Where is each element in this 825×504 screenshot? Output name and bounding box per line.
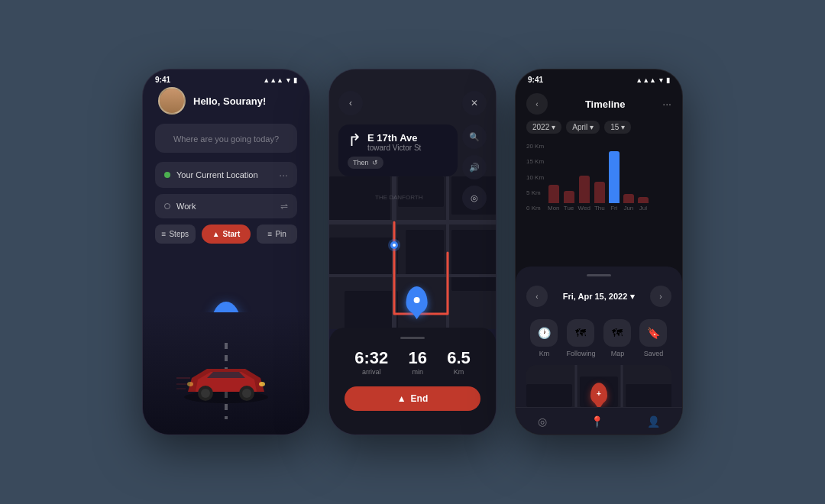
status-icons-1: ▲▲▲ ▾ ▮	[263, 76, 297, 84]
svg-point-0	[184, 391, 268, 403]
car-scene	[143, 267, 309, 435]
chart-bar-item: Wed	[578, 176, 590, 212]
km-icon-item: 🕐 Km	[530, 319, 558, 357]
nav-location-icon[interactable]: ◎	[535, 412, 550, 431]
wifi-icon: ▾	[286, 76, 290, 84]
svg-rect-29	[626, 384, 671, 407]
map-button[interactable]: 🗺	[603, 319, 631, 347]
bottom-nav: ◎ 📍 👤	[516, 407, 682, 435]
chart-bar-item: Tue	[564, 191, 574, 212]
action-row: ≡ Steps ▲ Start ≡ Pin	[155, 225, 297, 244]
search-button[interactable]: 🔍	[462, 124, 487, 149]
map-info-panel: 6:32 arrival 16 min 6.5 Km ▲ End	[329, 328, 496, 435]
chevron-down-icon: ▾	[552, 123, 555, 131]
pin2-dot	[414, 297, 420, 303]
next-date-button[interactable]: ›	[650, 286, 671, 307]
nav-profile-icon[interactable]: 👤	[644, 412, 663, 431]
destination-row[interactable]: Work ⇌	[155, 194, 297, 218]
end-nav-icon: ▲	[397, 393, 406, 404]
chart-bar	[548, 185, 559, 203]
location-dot-green	[164, 172, 170, 178]
following-icon-item: 🗺 Following	[566, 319, 595, 357]
y-label-15: 15 Km	[526, 158, 544, 165]
end-button[interactable]: ▲ End	[345, 386, 480, 411]
bottom-handle	[587, 274, 611, 276]
svg-text:THE DANFORTH: THE DANFORTH	[375, 194, 423, 201]
status-bar-1: 9:41 ▲▲▲ ▾ ▮	[143, 69, 309, 87]
chart-bar	[579, 176, 590, 203]
timeline-icons-row: 🕐 Km 🗺 Following 🗺 Map 🔖 Saved	[516, 315, 682, 365]
y-label-20: 20 Km	[526, 143, 544, 150]
nav-pin-icon[interactable]: 📍	[587, 412, 607, 431]
chart-bar	[609, 151, 620, 203]
pin-label: Pin	[275, 230, 286, 238]
saved-icon-item: 🔖 Saved	[639, 319, 667, 357]
avatar-face	[160, 89, 184, 113]
chevron-down-icon-2: ▾	[590, 123, 594, 131]
steps-button[interactable]: ≡ Steps	[155, 225, 196, 244]
signal-icon: ▲▲▲	[263, 76, 283, 84]
current-location-row[interactable]: Your Current Location ···	[155, 162, 297, 188]
km-button[interactable]: 🕐	[530, 319, 558, 347]
y-label-0: 0 Km	[526, 205, 544, 212]
destination-dot	[164, 203, 170, 209]
svg-rect-15	[406, 230, 444, 276]
following-button[interactable]: 🗺	[567, 319, 594, 347]
more-dots-icon[interactable]: ···	[279, 169, 288, 181]
chart-bar-item: Jun	[623, 194, 634, 212]
arrival-value: 6:32	[354, 348, 388, 368]
saved-icon-label: Saved	[644, 350, 664, 357]
km-icon-label: Km	[539, 350, 550, 357]
status-icons-3: ▲▲▲ ▾ ▮	[636, 76, 670, 84]
svg-point-4	[242, 389, 251, 398]
steps-label: Steps	[169, 230, 189, 238]
phone-3: 9:41 ▲▲▲ ▾ ▮ ‹ Timeline ··· 2022 ▾ April…	[515, 69, 683, 435]
chevron-down-icon-3: ▾	[621, 123, 625, 131]
location-button[interactable]: ◎	[462, 186, 487, 210]
pin-icon: ≡	[268, 230, 273, 238]
greeting-text: Hello, Sourany!	[193, 95, 266, 107]
arrival-stat: 6:32 arrival	[354, 348, 388, 376]
svg-point-6	[187, 382, 193, 386]
shuffle-icon[interactable]: ⇌	[280, 201, 288, 212]
svg-rect-27	[526, 384, 572, 407]
steps-icon: ≡	[162, 230, 167, 238]
chart-bar-item: Fri	[609, 151, 620, 212]
current-location-text: Your Current Location	[176, 170, 273, 179]
close-button[interactable]: ✕	[462, 91, 487, 115]
date-nav-row: ‹ Fri, Apr 15, 2022 ▾ ›	[516, 283, 682, 315]
timeline-bottom-panel: ‹ Fri, Apr 15, 2022 ▾ › 🕐 Km 🗺 Following…	[516, 267, 682, 435]
car-svg	[176, 355, 276, 409]
chart-bar-label: Tue	[564, 205, 574, 212]
y-label-5: 5 Km	[526, 189, 544, 196]
chart-bar	[594, 182, 605, 203]
saved-button[interactable]: 🔖	[639, 319, 667, 347]
back-button[interactable]: ‹	[338, 91, 363, 115]
year-selector[interactable]: 2022 ▾	[526, 121, 561, 134]
sound-button[interactable]: 🔊	[462, 155, 487, 179]
start-button[interactable]: ▲ Start	[202, 225, 251, 244]
day-selector[interactable]: 15 ▾	[604, 121, 631, 134]
timeline-title: Timeline	[585, 99, 626, 110]
date-chevron-icon: ▾	[630, 292, 635, 302]
month-selector[interactable]: April ▾	[566, 121, 600, 134]
street-name: E 17th Ave	[367, 132, 421, 144]
pin-button[interactable]: ≡ Pin	[257, 225, 297, 244]
timeline-more-icon[interactable]: ···	[662, 98, 671, 110]
phone-1: 9:41 ▲▲▲ ▾ ▮ Hello, Sourany! Where are y…	[142, 69, 310, 435]
min-value: 16	[408, 348, 426, 368]
chart-bar	[638, 197, 649, 203]
red-pin-body: +	[590, 383, 607, 404]
chart-bar-item: Mon	[548, 185, 560, 212]
direction-card: ↱ E 17th Ave toward Victor St Then ↺	[338, 124, 458, 176]
status-bar-3: 9:41 ▲▲▲ ▾ ▮	[516, 69, 682, 87]
end-label: End	[411, 393, 429, 404]
battery-icon: ▮	[293, 76, 297, 84]
prev-date-button[interactable]: ‹	[526, 286, 548, 307]
timeline-back-button[interactable]: ‹	[526, 93, 548, 115]
current-date-text: Fri, Apr 15, 2022 ▾	[563, 292, 636, 302]
chart-y-labels: 20 Km 15 Km 10 Km 5 Km 0 Km	[526, 143, 544, 212]
km-stat: 6.5 Km	[447, 348, 471, 376]
search-bar[interactable]: Where are you going today?	[155, 124, 297, 153]
chart-bar-label: Wed	[578, 205, 590, 212]
